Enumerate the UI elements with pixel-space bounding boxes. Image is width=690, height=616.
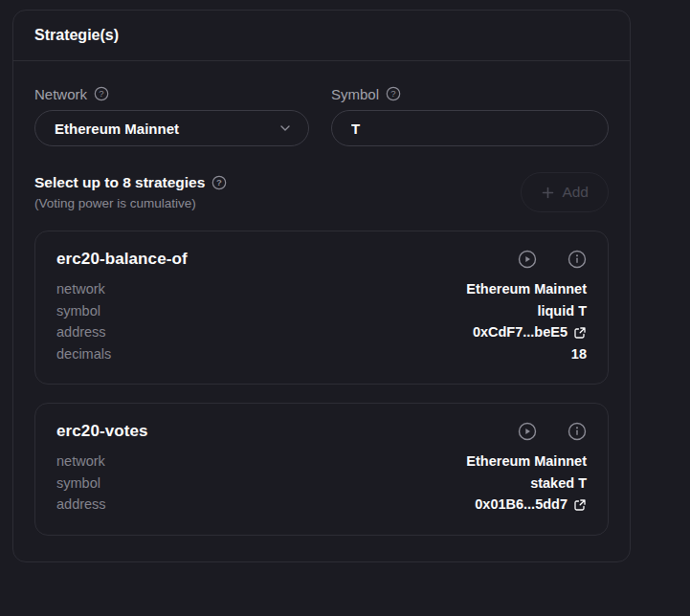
help-icon[interactable]: ? [211,175,227,190]
symbol-label: Symbol [331,86,379,102]
symbol-input[interactable] [331,110,609,146]
card-icons [518,250,587,269]
info-icon[interactable] [568,250,587,269]
strategies-section-text: Select up to 8 strategies ? (Voting powe… [34,174,227,210]
row-value: Ethereum Mainnet [466,453,587,469]
help-icon[interactable]: ? [94,86,109,101]
strategy-row-network: network Ethereum Mainnet [56,278,587,300]
panel-title: Strategie(s) [34,27,119,44]
strategy-row-address: address 0xCdF7...beE5 [56,321,587,343]
svg-text:?: ? [216,177,222,187]
chevron-down-icon [278,121,293,136]
strategy-row-symbol: symbol staked T [56,473,587,495]
card-rows: network Ethereum Mainnet symbol staked T… [56,451,587,516]
card-icons [518,422,587,441]
strategy-row-address: address 0x01B6...5dd7 [56,494,587,516]
panel-body: Network ? Ethereum Mainnet Symbo [13,61,630,536]
card-rows: network Ethereum Mainnet symbol liquid T… [56,278,587,364]
strategies-section-title: Select up to 8 strategies [34,174,205,191]
card-head: erc20-balance-of [56,250,587,269]
row-value: 18 [571,346,587,362]
svg-text:?: ? [99,88,103,99]
network-label: Network [34,86,87,102]
card-head: erc20-votes [56,422,587,441]
svg-text:?: ? [390,88,395,99]
row-label: decimals [56,346,111,362]
strategy-card-erc20-votes[interactable]: erc20-votes network Ethereum Mainnet [34,403,609,536]
strategies-panel: Strategie(s) Network ? Ethereum Mainnet [12,10,631,562]
strategy-title: erc20-balance-of [56,250,188,269]
row-label: network [56,453,105,469]
info-icon[interactable] [568,422,587,441]
page-background: Strategie(s) Network ? Ethereum Mainnet [0,0,690,616]
row-value: Ethereum Mainnet [466,281,587,297]
external-link-icon [573,326,587,340]
row-label: symbol [56,475,100,491]
strategy-row-decimals: decimals 18 [56,343,587,365]
network-select[interactable]: Ethereum Mainnet [34,110,309,146]
plus-icon [541,186,555,200]
row-value: liquid T [537,303,587,319]
play-icon[interactable] [518,422,537,441]
row-label: symbol [56,303,100,319]
panel-header: Strategie(s) [13,11,630,61]
play-icon[interactable] [518,250,537,269]
strategy-title: erc20-votes [56,422,148,441]
row-label: address [56,496,106,512]
strategy-row-network: network Ethereum Mainnet [56,451,587,473]
address-link[interactable]: 0x01B6...5dd7 [475,496,587,512]
address-link[interactable]: 0xCdF7...beE5 [473,324,587,340]
form-row: Network ? Ethereum Mainnet Symbo [34,85,609,146]
external-link-icon [573,498,587,512]
symbol-label-row: Symbol ? [331,85,609,102]
strategies-section-subtitle: (Voting power is cumulative) [34,196,227,210]
row-label: network [56,281,105,297]
row-value: staked T [530,475,587,491]
strategies-section-header: Select up to 8 strategies ? (Voting powe… [34,172,609,212]
add-strategy-button[interactable]: Add [521,172,609,212]
add-strategy-label: Add [562,184,589,201]
strategy-card-erc20-balance-of[interactable]: erc20-balance-of network Ethereum Mainne… [34,231,609,385]
strategies-section-title-row: Select up to 8 strategies ? [34,174,227,191]
network-field: Network ? Ethereum Mainnet [34,85,309,146]
row-label: address [56,324,106,340]
symbol-field: Symbol ? [331,85,609,146]
network-select-value: Ethereum Mainnet [55,121,278,137]
help-icon[interactable]: ? [386,86,401,101]
network-label-row: Network ? [34,85,309,102]
strategy-row-symbol: symbol liquid T [56,300,587,322]
